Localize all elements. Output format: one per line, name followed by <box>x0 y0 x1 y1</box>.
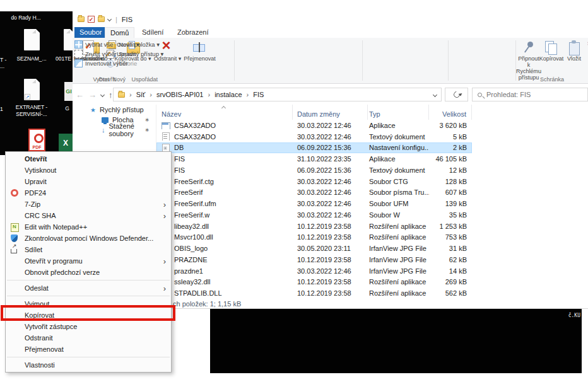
file-type: Nastavení konfigu... <box>368 144 429 151</box>
column-header-type[interactable]: Typ <box>368 105 429 120</box>
breadcrumb-fis[interactable]: FIS <box>253 91 264 98</box>
menu-item-otev-t-v-programu[interactable]: Otevřít v programu › <box>6 255 171 267</box>
menu-item-odeslat[interactable]: Odeslat › <box>6 282 171 294</box>
forward-icon[interactable]: → <box>88 90 97 100</box>
menu-item-obnovit-p-edchoz-verze[interactable]: Obnovit předchozí verze › <box>6 267 171 278</box>
p-ipnout-k-rychl-mu-p-stupu-button[interactable]: Připnout k Rychlému přístupu <box>517 38 540 81</box>
file-row-stpadlib-dll[interactable]: STPADLIB.DLL 10.12.2019 23:58 Rozšíření … <box>156 287 472 299</box>
menu-item-pdf24[interactable]: PDF24 › <box>6 187 171 199</box>
menu-item-7-zip[interactable]: 7-Zip › <box>6 199 171 210</box>
p-ejmenovat-button[interactable]: Přejmenovat <box>182 38 217 62</box>
file-type: Rozšíření aplikace <box>368 223 429 230</box>
menu-item-vytisknout[interactable]: Vytisknout › <box>6 165 171 176</box>
address-dropdown-icon[interactable] <box>433 92 437 96</box>
vybrat-v-e-button[interactable]: Vybrat vše <box>73 40 130 49</box>
desktop-icon-label[interactable]: T - <box>0 57 9 63</box>
menu-item-odstranit[interactable]: Odstranit › <box>6 332 171 344</box>
file-row-msvcr100-dll[interactable]: Msvcr100.dll 10.12.2019 23:58 Rozšíření … <box>156 232 472 243</box>
menu-item-p-ejmenovat[interactable]: Přejmenovat › <box>6 344 171 355</box>
selectnone-icon <box>74 50 83 58</box>
desktop-icon-label[interactable]: G <box>62 105 73 112</box>
menu-item-vlastnosti[interactable]: Vlastnosti › <box>6 359 171 371</box>
tab-soubor[interactable]: Soubor <box>74 27 107 38</box>
file-row-ssleay32-dll[interactable]: ssleay32.dll 10.12.2019 23:58 Rozšíření … <box>156 277 472 288</box>
menu-item-otev-t[interactable]: Otevřít › <box>6 153 171 165</box>
column-header-name[interactable]: Název <box>156 105 293 120</box>
file-row-prazdne1[interactable]: prazdne1 30.03.2022 12:46 IrfanView JPG … <box>156 265 472 277</box>
up-icon[interactable]: ↑ <box>109 90 113 100</box>
screen: do Rady H... SEZNAM_... 001TE T - ... 1 … <box>0 0 588 382</box>
menu-item-upravit[interactable]: Upravit › <box>6 176 171 187</box>
file-date: 30.03.2022 12:46 <box>293 200 368 207</box>
file-row-libeay32-dll[interactable]: libeay32.dll 10.12.2019 23:58 Rozšíření … <box>156 221 472 232</box>
kop-rovat-cestu-button[interactable]: Kopírovat cestu <box>585 49 588 59</box>
breadcrumb-s[interactable]: Síť <box>136 91 146 98</box>
sidebar-item-sta-en-soubory[interactable]: ↓ Stažené soubory ∗ <box>73 125 156 135</box>
file-row-csax32ado[interactable]: CSAX32ADO 30.03.2022 12:46 Aplikace 3 62… <box>156 120 472 131</box>
quick-access-customize-icon[interactable] <box>107 17 112 21</box>
vyjmout-button[interactable]: Vyjmout <box>585 40 588 49</box>
search-input[interactable]: Prohledat: FIS <box>472 88 588 101</box>
file-row-obis-logo[interactable]: OBIS_logo 30.05.2020 23:11 IrfanView JPG… <box>156 243 472 254</box>
pdf-file-icon[interactable]: PDF <box>28 129 45 151</box>
vlo-it-button[interactable]: Vložit <box>563 38 585 62</box>
desktop-icon-label[interactable]: SERVISNÍ-... <box>1 111 62 117</box>
menu-item-crc-sha[interactable]: CRC SHA › <box>6 210 171 221</box>
file-size: 62 kB <box>429 256 472 263</box>
context-menu: Otevřít › Vytisknout › Upravit › PDF24 ›… <box>5 151 172 373</box>
file-name: FreeSerif.ufm <box>174 200 216 207</box>
file-size: 3 620 kB <box>429 122 472 129</box>
column-header-date[interactable]: Datum změny <box>293 105 368 120</box>
file-name: CSAX32ADO <box>174 122 216 129</box>
desktop-icon-label[interactable]: SEZNAM_... <box>8 55 56 62</box>
file-row-freeserif[interactable]: FreeSerif 30.03.2022 12:46 Soubor písma … <box>156 187 472 199</box>
file-row-freeserif-ufm[interactable]: FreeSerif.ufm 30.03.2022 12:46 Soubor UF… <box>156 198 472 209</box>
file-row-freeserif-w[interactable]: FreeSerif.w 30.03.2022 12:46 Soubor W 35… <box>156 209 472 221</box>
back-icon[interactable]: ← <box>76 90 84 100</box>
refresh-button[interactable] <box>445 88 468 101</box>
copy-icon <box>544 40 559 55</box>
app-shortcut-icon[interactable]: GI <box>64 82 73 101</box>
quick-access-folder-icon[interactable] <box>98 16 105 22</box>
file-row-fis[interactable]: FIS 06.09.2022 15:36 Textový dokument 12… <box>156 165 472 176</box>
desktop-icon-label[interactable]: 001TE <box>56 55 73 62</box>
document-icon[interactable] <box>24 29 40 50</box>
search-placeholder: Prohledat: FIS <box>486 91 531 98</box>
desktop-icon-label[interactable]: ... <box>0 63 9 69</box>
file-row-csax32ado[interactable]: CSAX32ADO 30.03.2022 12:46 Textový dokum… <box>156 131 472 142</box>
file-size: 14 kB <box>429 267 472 275</box>
excel-file-icon[interactable]: X <box>59 134 73 153</box>
crumb-separator-icon: › <box>208 91 210 98</box>
breadcrumb-instalace[interactable]: instalace <box>215 91 242 98</box>
kop-rovat-button[interactable]: Kopírovat <box>540 38 563 62</box>
document-icon[interactable] <box>64 29 73 50</box>
title-bar: ✓ | FIS <box>73 11 588 27</box>
file-row-db[interactable]: DB 06.09.2022 15:36 Nastavení konfigu...… <box>156 142 472 154</box>
zru-it-v-b-r-button[interactable]: Zrušit výběr <box>73 49 130 59</box>
quick-access-folder-icon[interactable] <box>78 16 85 22</box>
tab-domu[interactable]: Domů <box>105 27 134 38</box>
file-row-fis[interactable]: FIS 31.10.2022 23:35 Aplikace 46 105 kB <box>156 153 472 165</box>
menu-separator <box>7 280 170 281</box>
file-name: DB <box>174 144 184 151</box>
quick-access-check-icon[interactable]: ✓ <box>88 16 95 23</box>
invertovat-v-b-r-button[interactable]: Invertovat výběr <box>73 59 130 68</box>
file-row-freeserif-ctg[interactable]: FreeSerif.ctg 30.03.2022 12:46 Soubor CT… <box>156 176 472 187</box>
submenu-arrow-icon: › <box>160 284 166 292</box>
column-header-size[interactable]: Velikost <box>429 105 472 120</box>
file-date: 31.10.2022 23:35 <box>293 155 368 163</box>
breadcrumb[interactable]: ›Síť›srvOBIS-API01›instalace›FIS <box>113 88 442 101</box>
desktop-icon-label[interactable]: EXTRANET - <box>1 104 62 110</box>
menu-item-sd-let[interactable]: Sdílet › <box>6 244 171 255</box>
menu-item-edit-with-notepad[interactable]: Edit with Notepad++ › <box>6 221 171 233</box>
sidebar-item-rychl-p-stup[interactable]: ★ Rychlý přístup <box>73 105 156 115</box>
shortcut-document-icon[interactable]: ↗ <box>24 79 40 100</box>
file-row-prazdne[interactable]: PRAZDNE 10.12.2019 23:58 IrfanView JPG F… <box>156 254 472 265</box>
menu-item-zkontrolovat-pomoc-windows-defender[interactable]: Zkontrolovat pomocí Windows Defender... … <box>6 233 171 244</box>
breadcrumb-srvobis-api01[interactable]: srvOBIS-API01 <box>156 91 204 98</box>
menu-item-vytvo-it-z-stupce[interactable]: Vytvořit zástupce › <box>6 321 171 332</box>
desktop-icon-label[interactable]: do Rady H... <box>3 14 49 21</box>
vlo-it-z-stupce-button[interactable]: Vložit zástupce <box>585 59 588 68</box>
tab-zobrazeni[interactable]: Zobrazení <box>172 27 214 38</box>
recent-locations-icon[interactable] <box>100 93 105 97</box>
